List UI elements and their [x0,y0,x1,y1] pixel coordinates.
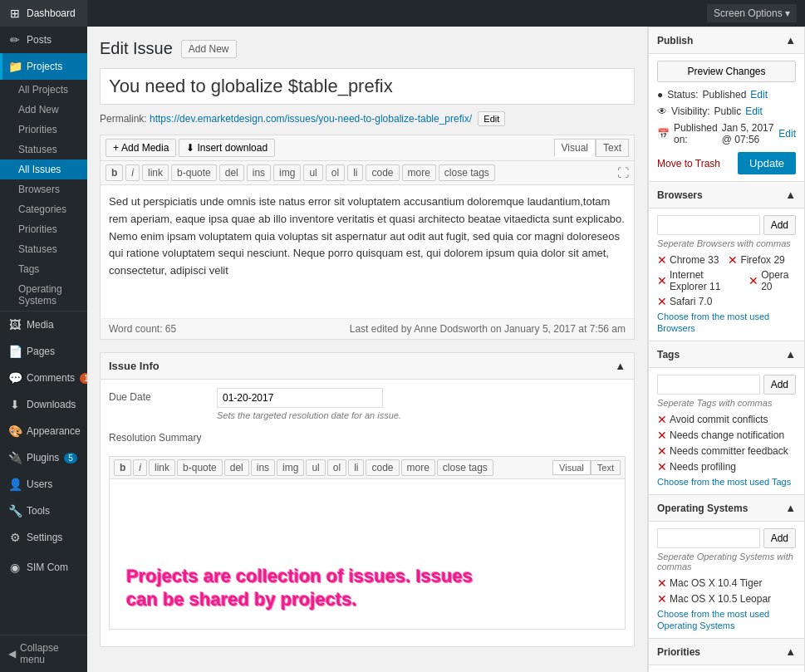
remove-ie-icon[interactable]: ✕ [657,274,667,287]
os-panel-header[interactable]: Operating Systems ▲ [649,495,804,522]
remove-tag-1-icon[interactable]: ✕ [657,413,667,426]
sidebar-item-downloads[interactable]: ⬇ Downloads [0,391,87,418]
os-input[interactable] [657,528,760,548]
sidebar-item-dashboard[interactable]: ⊞ Dashboard [0,0,87,27]
browsers-input[interactable] [657,215,760,235]
code-button[interactable]: code [366,164,399,181]
visual-tab[interactable]: Visual [554,139,596,157]
visibility-edit-link[interactable]: Edit [745,105,763,117]
text-tab[interactable]: Text [596,139,629,157]
published-edit-link[interactable]: Edit [778,128,796,140]
res-ul-button[interactable]: ul [306,459,325,476]
permalink-url[interactable]: https://dev.emarketdesign.com/issues/you… [150,113,472,125]
more-button[interactable]: more [402,164,436,181]
sidebar-item-sim-com[interactable]: ◉ SIM Com [0,554,87,581]
italic-button[interactable]: i [125,164,140,181]
sidebar-sub-add-new[interactable]: Add New [0,100,87,120]
screen-options-button[interactable]: Screen Options ▾ [707,4,797,22]
issue-info-header[interactable]: Issue Info ▲ [101,353,634,380]
res-italic-button[interactable]: i [133,459,147,476]
sidebar-sub-priorities2[interactable]: Priorities [0,219,87,239]
status-edit-link[interactable]: Edit [750,89,768,101]
move-to-trash-link[interactable]: Move to Trash [657,158,720,169]
add-new-button[interactable]: Add New [181,40,237,58]
res-bquote-button[interactable]: b-quote [177,459,223,476]
remove-tag-3-icon[interactable]: ✕ [657,444,667,458]
resolution-visual-tab[interactable]: Visual [552,460,591,475]
ol-button[interactable]: ol [326,164,345,181]
resolution-content[interactable]: Projects are collection of issues. Issue… [110,479,625,629]
sidebar-item-comments[interactable]: 💬 Comments 1 [0,365,87,391]
os-add-button[interactable]: Add [763,528,796,548]
collapse-menu[interactable]: ◀ Collapse menu [0,635,87,672]
tag-item-4: ✕ Needs profiling [657,460,796,473]
sidebar-item-media[interactable]: 🖼 Media [0,311,87,338]
ul-button[interactable]: ul [303,164,322,181]
due-date-input[interactable] [217,388,383,408]
remove-chrome-icon[interactable]: ✕ [657,253,667,267]
res-img-button[interactable]: img [277,459,304,476]
editor-content[interactable]: Sed ut perspiciatis unde omnis iste natu… [101,185,634,318]
tags-add-button[interactable]: Add [763,375,796,395]
publish-panel-header[interactable]: Publish ▲ [649,27,804,54]
sidebar-sub-browsers[interactable]: Browsers [0,179,87,199]
fullscreen-button[interactable]: ⛶ [617,166,629,179]
remove-safari-icon[interactable]: ✕ [657,295,667,308]
edit-permalink-button[interactable]: Edit [478,111,505,126]
tags-input[interactable] [657,375,760,395]
link-button[interactable]: link [142,164,169,181]
browsers-choose-link[interactable]: Choose from the most used Browsers [657,311,769,333]
res-close-tags-button[interactable]: close tags [437,459,493,476]
sidebar-sub-all-issues[interactable]: All Issues [0,159,87,179]
res-ol-button[interactable]: ol [327,459,346,476]
remove-firefox-icon[interactable]: ✕ [728,253,738,267]
bquote-button[interactable]: b-quote [171,164,217,181]
sidebar-item-plugins[interactable]: 🔌 Plugins 5 [0,444,87,471]
insert-download-button[interactable]: ⬇ Insert download [179,139,275,157]
priorities-panel-header[interactable]: Priorities ▲ [649,639,804,665]
remove-os-1-icon[interactable]: ✕ [657,576,667,590]
tags-choose-link[interactable]: Choose from the most used Tags [657,477,791,487]
img-button[interactable]: img [273,164,301,181]
del-button[interactable]: del [219,164,244,181]
tags-panel-header[interactable]: Tags ▲ [649,341,804,368]
ins-button[interactable]: ins [247,164,271,181]
sidebar-sub-os[interactable]: Operating Systems [0,279,87,311]
sidebar-item-tools[interactable]: 🔧 Tools [0,498,87,524]
res-li-button[interactable]: li [348,459,364,476]
update-button[interactable]: Update [738,152,796,174]
bold-button[interactable]: b [106,164,123,181]
add-media-button[interactable]: + Add Media [106,139,176,157]
browsers-add-button[interactable]: Add [763,215,796,235]
sidebar-item-pages[interactable]: 📄 Pages [0,338,87,365]
sidebar-item-posts[interactable]: ✏ Posts [0,27,87,53]
preview-changes-button[interactable]: Preview Changes [657,61,796,82]
res-del-button[interactable]: del [224,459,249,476]
sidebar-sub-priorities[interactable]: Priorities [0,120,87,140]
remove-tag-4-icon[interactable]: ✕ [657,460,667,473]
remove-tag-2-icon[interactable]: ✕ [657,429,667,442]
sidebar-sub-categories[interactable]: Categories [0,199,87,219]
sidebar-sub-statuses[interactable]: Statuses [0,140,87,159]
res-ins-button[interactable]: ins [251,459,275,476]
resolution-text-tab[interactable]: Text [591,460,621,475]
post-title-input[interactable] [100,68,635,105]
remove-os-2-icon[interactable]: ✕ [657,592,667,606]
res-bold-button[interactable]: b [114,459,131,476]
res-more-button[interactable]: more [401,459,435,476]
res-code-button[interactable]: code [366,459,399,476]
sidebar-item-settings[interactable]: ⚙ Settings [0,524,87,551]
media-icon: 🖼 [8,318,22,331]
li-button[interactable]: li [347,164,363,181]
sidebar-sub-statuses2[interactable]: Statuses [0,239,87,259]
close-tags-button[interactable]: close tags [439,164,495,181]
sidebar-sub-all-projects[interactable]: All Projects [0,80,87,100]
browsers-panel-header[interactable]: Browsers ▲ [649,182,804,208]
os-choose-link[interactable]: Choose from the most used Operating Syst… [657,609,769,630]
res-link-button[interactable]: link [149,459,175,476]
sidebar-item-projects[interactable]: 📁 Projects [0,53,87,80]
sidebar-item-appearance[interactable]: 🎨 Appearance [0,418,87,444]
sidebar-sub-tags[interactable]: Tags [0,259,87,279]
sidebar-item-users[interactable]: 👤 Users [0,471,87,498]
remove-opera-icon[interactable]: ✕ [749,274,758,287]
